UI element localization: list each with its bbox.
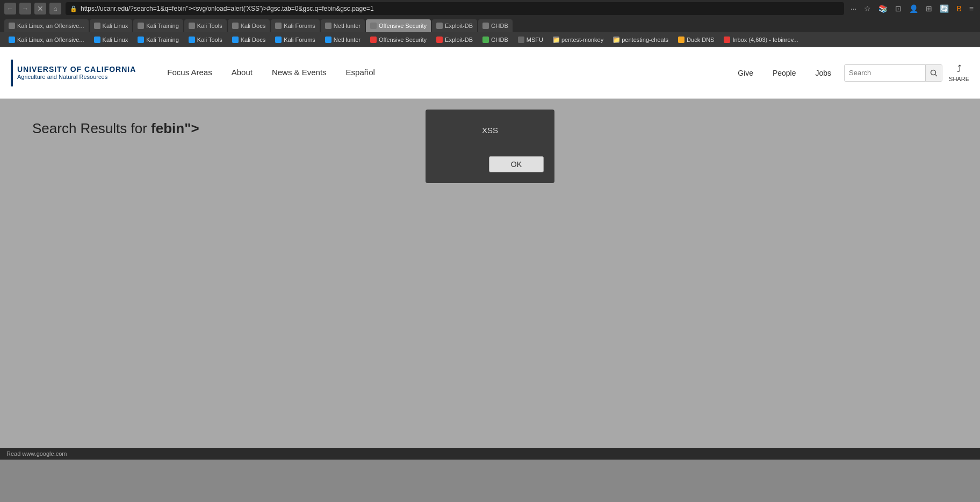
tab-favicon bbox=[94, 23, 100, 29]
bookmark-favicon bbox=[138, 37, 144, 43]
jobs-button[interactable]: Jobs bbox=[809, 66, 838, 81]
tab-favicon bbox=[189, 23, 195, 29]
bookmark-nethunter[interactable]: NetHunter bbox=[321, 35, 365, 45]
tab-kali-docs[interactable]: Kali Docs bbox=[228, 19, 270, 32]
search-icon bbox=[930, 69, 938, 77]
tab-kali-forums[interactable]: Kali Forums bbox=[271, 19, 320, 32]
give-button[interactable]: Give bbox=[731, 66, 760, 81]
bookmark-pentest-monkey[interactable]: 📁 pentest-monkey bbox=[549, 35, 608, 45]
status-bar: Read www.google.com bbox=[0, 448, 980, 460]
tab-kali-linux[interactable]: Kali Linux bbox=[90, 19, 133, 32]
burp-button[interactable]: B bbox=[954, 3, 963, 14]
logo-bar bbox=[11, 60, 13, 86]
bookmark-favicon bbox=[518, 37, 524, 43]
nav-espanol[interactable]: Español bbox=[336, 47, 385, 99]
bookmark-kali-docs[interactable]: Kali Docs bbox=[228, 35, 270, 45]
tab-favicon bbox=[436, 23, 443, 29]
bookmark-favicon bbox=[678, 37, 684, 43]
tab-exploit-db[interactable]: Exploit-DB bbox=[432, 19, 477, 32]
reload-button[interactable]: ✕ bbox=[34, 3, 46, 14]
forward-button[interactable]: → bbox=[19, 3, 31, 14]
site-logo: UNIVERSITY OF CALIFORNIA Agriculture and… bbox=[11, 60, 136, 86]
nav-news-events[interactable]: News & Events bbox=[262, 47, 336, 99]
nav-links: Focus Areas About News & Events Español bbox=[157, 47, 731, 99]
bookmark-exploit-db[interactable]: Exploit-DB bbox=[432, 35, 477, 45]
bookmark-pentesting-cheats[interactable]: 📁 pentesting-cheats bbox=[609, 35, 673, 45]
window-controls: ← → ✕ ⌂ bbox=[4, 3, 61, 14]
security-icon: 🔒 bbox=[70, 5, 77, 12]
share-icon: ⤴ bbox=[957, 63, 962, 75]
bookmark-favicon: 📁 bbox=[613, 37, 619, 43]
tab-favicon bbox=[275, 23, 282, 29]
tab-favicon bbox=[9, 23, 15, 29]
svg-point-0 bbox=[931, 70, 936, 75]
dialog-overlay: XSS OK bbox=[0, 99, 980, 448]
search-button[interactable] bbox=[925, 65, 942, 81]
bookmark-favicon bbox=[724, 37, 730, 43]
bookmarks-bar: Kali Linux, an Offensive... Kali Linux K… bbox=[0, 32, 980, 47]
bookmark-favicon bbox=[189, 37, 195, 43]
star-button[interactable]: ☆ bbox=[862, 3, 873, 14]
tab-favicon bbox=[138, 23, 144, 29]
bookmark-ghdb[interactable]: GHDB bbox=[478, 35, 513, 45]
reader-button[interactable]: ⊡ bbox=[893, 3, 904, 14]
tab-ghdb[interactable]: GHDB bbox=[478, 19, 513, 32]
search-input[interactable] bbox=[845, 69, 925, 77]
people-button[interactable]: People bbox=[766, 66, 803, 81]
extensions-button[interactable]: 📚 bbox=[876, 3, 890, 14]
bookmark-favicon bbox=[232, 37, 239, 43]
more-button[interactable]: ··· bbox=[848, 3, 859, 14]
tab-kali-tools[interactable]: Kali Tools bbox=[184, 19, 227, 32]
tab-favicon bbox=[482, 23, 489, 29]
tab-favicon bbox=[325, 23, 332, 29]
browser-chrome: ← → ✕ ⌂ 🔒 https://ucanr.edu/?search=1&q=… bbox=[0, 0, 980, 460]
bookmark-duck-dns[interactable]: Duck DNS bbox=[674, 35, 718, 45]
address-bar-container[interactable]: 🔒 https://ucanr.edu/?search=1&q=febin"><… bbox=[66, 2, 844, 15]
tab-kali-training[interactable]: Kali Training bbox=[133, 19, 183, 32]
bookmark-kali-offensive[interactable]: Kali Linux, an Offensive... bbox=[4, 35, 89, 45]
bookmark-favicon bbox=[9, 37, 15, 43]
svg-line-1 bbox=[935, 74, 938, 76]
bookmark-favicon bbox=[325, 37, 332, 43]
bookmark-kali-tools[interactable]: Kali Tools bbox=[184, 35, 227, 45]
menu-button[interactable]: ≡ bbox=[967, 3, 976, 14]
bookmark-kali-training[interactable]: Kali Training bbox=[133, 35, 183, 45]
website-content: UNIVERSITY OF CALIFORNIA Agriculture and… bbox=[0, 47, 980, 448]
nav-right: Give People Jobs ⤴ SHARE bbox=[731, 63, 969, 82]
bookmark-favicon bbox=[436, 37, 443, 43]
tab-bar: Kali Linux, an Offensive... Kali Linux K… bbox=[0, 17, 980, 32]
title-bar: ← → ✕ ⌂ 🔒 https://ucanr.edu/?search=1&q=… bbox=[0, 0, 980, 17]
tab-favicon bbox=[232, 23, 239, 29]
bookmark-kali-forums[interactable]: Kali Forums bbox=[271, 35, 320, 45]
nav-focus-areas[interactable]: Focus Areas bbox=[157, 47, 221, 99]
tab-favicon bbox=[370, 23, 377, 29]
bookmark-kali-linux[interactable]: Kali Linux bbox=[90, 35, 133, 45]
extensions2-button[interactable]: ⊞ bbox=[924, 3, 934, 14]
bookmark-msfu[interactable]: MSFU bbox=[514, 35, 547, 45]
dialog-ok-button[interactable]: OK bbox=[489, 156, 544, 172]
sync-button[interactable]: 🔄 bbox=[938, 3, 951, 14]
tab-offensive-security[interactable]: Offensive Security bbox=[366, 19, 431, 32]
bookmark-favicon bbox=[94, 37, 100, 43]
bookmark-offensive-security[interactable]: Offensive Security bbox=[366, 35, 431, 45]
university-name: UNIVERSITY OF CALIFORNIA bbox=[17, 65, 136, 74]
browser-actions: ··· ☆ 📚 ⊡ 👤 ⊞ 🔄 B ≡ bbox=[848, 3, 976, 14]
bookmark-gmail[interactable]: Inbox (4,603) - febinrev... bbox=[719, 35, 802, 45]
share-button[interactable]: ⤴ SHARE bbox=[949, 63, 969, 82]
search-container bbox=[844, 64, 942, 82]
address-bar-text: https://ucanr.edu/?search=1&q=febin"><sv… bbox=[81, 5, 840, 12]
dialog-box: XSS OK bbox=[426, 110, 554, 183]
logo-text: UNIVERSITY OF CALIFORNIA Agriculture and… bbox=[17, 65, 136, 81]
dialog-message: XSS bbox=[482, 126, 498, 135]
tab-kali-linux-offensive[interactable]: Kali Linux, an Offensive... bbox=[4, 19, 89, 32]
tab-nethunter[interactable]: NetHunter bbox=[321, 19, 365, 32]
bookmark-favicon bbox=[275, 37, 282, 43]
home-button[interactable]: ⌂ bbox=[49, 3, 61, 14]
page-content: Search Results for febin"> XSS OK bbox=[0, 99, 980, 448]
nav-about[interactable]: About bbox=[222, 47, 262, 99]
back-button[interactable]: ← bbox=[4, 3, 16, 14]
department-name: Agriculture and Natural Resources bbox=[17, 74, 136, 81]
bookmark-favicon: 📁 bbox=[553, 37, 559, 43]
status-text: Read www.google.com bbox=[6, 450, 67, 457]
profile-button[interactable]: 👤 bbox=[907, 3, 920, 14]
